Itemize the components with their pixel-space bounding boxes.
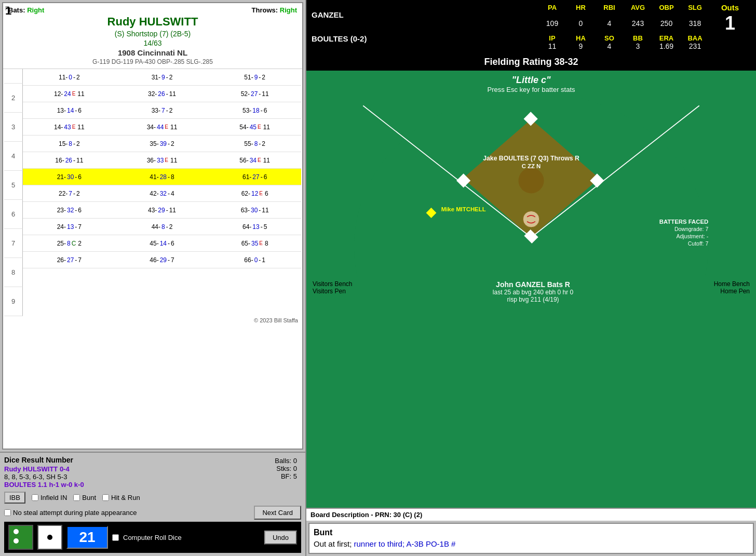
bf-display: BF: 5 [275,472,297,480]
result-blue: runner to third; A-3B PO-1B # [354,539,456,548]
header-slg: SLG [681,4,709,11]
bats-value: Right [27,6,44,14]
die-white-1 [37,525,62,550]
bottom-area: Dice Result Number Rudy HULSWITT 0-4 8, … [0,452,305,556]
dice-cell-71: 42- 32- 4 [116,190,209,197]
dice-row-2: 13- 14- 6 33- 7- 2 53- 18- 6 [23,102,301,119]
undo-button[interactable]: Undo [264,531,297,545]
dice-cell-80: 23- 32- 6 [23,207,116,214]
home-bench-label: Home Bench [714,280,750,288]
dice-cell-11: 32- 26- 11 [116,90,209,98]
header-hr: HR [566,4,595,11]
val-pa: 109 [538,19,566,28]
visitors-bench-label: Visitors Bench [313,280,352,288]
dice-cell-81: 43- 29- 11 [116,207,209,214]
dice-table: 2 3 4 5 6 7 8 9 11- 0 - 2 [4,69,301,316]
copyright: © 2023 Bill Staffa [3,316,302,324]
catcher-name: John GANZEL Bats R [493,280,573,289]
val-rbi: 4 [595,19,624,28]
batters-faced-label: BATTERS FACED [659,219,708,225]
dice-cell-22: 53- 18- 6 [208,107,301,114]
dice-row-6: 21- 30- 6 41- 28- 8 61- 27- 6 [23,169,301,185]
card-header: Bats: Right Throws: Right Rudy HULSWITT … [3,3,302,69]
dice-row-1: 12- 24E 11 32- 26- 11 52- 27- 11 [23,86,301,102]
dice-cell-70: 22- 7- 2 [23,190,116,197]
header-ip: IP [538,34,566,42]
val-hr: 0 [566,19,595,28]
dice-cell-30: 14- 43E 11 [23,124,116,131]
row-num-3: 3 [4,113,23,142]
computer-roll-checkbox[interactable] [112,534,119,541]
dice-cell-90: 24- 13- 7 [23,223,116,230]
pitcher-field-text2: C ZZ N [522,163,541,169]
press-esc-text: Press Esc key for batter stats [306,86,756,97]
infield-in-checkbox[interactable] [32,494,38,501]
dice-cell-92: 64- 13- 5 [208,223,301,230]
hit-run-label[interactable]: Hit & Run [102,494,140,501]
infield-in-label[interactable]: Infield IN [32,494,67,501]
dot [14,538,19,544]
val-avg: 243 [624,19,652,28]
ibb-button[interactable]: IBB [4,492,25,504]
catcher-info: John GANZEL Bats R last 25 ab bvg 240 eb… [493,280,573,303]
header-outs: Outs [709,3,751,12]
dice-cell-50: 16- 26- 11 [23,157,116,164]
val-slg: 318 [681,19,709,28]
next-card-button[interactable]: Next Card [254,506,301,520]
dice-cell-111: 46- 29- 7 [116,256,209,264]
home-pen-label: Home Pen [714,288,750,295]
no-steal-label[interactable]: No steal attempt during plate appearance [4,509,137,517]
dice-data-col: 11- 0 - 2 31- 9 - 2 51- 9 - 2 12- 24E 11 [23,69,301,316]
header-pa: PA [538,4,566,11]
dice-result-title: Dice Result Number [4,456,271,464]
dice-result-text: Dice Result Number Rudy HULSWITT 0-4 8, … [4,456,271,489]
cutoff-text: Cutoff: 7 [688,240,709,247]
row-num-6: 6 [4,200,23,229]
score-header: GANZEL BOULTES (0-2) PA HR RBI AVG OBP S… [306,0,756,53]
dice-row-7: 22- 7- 2 42- 32- 4 62- 12E 6 [23,185,301,202]
header-era: ERA [652,34,681,42]
dice-cell-100: 25- 8C 2 [23,240,116,247]
no-steal-checkbox[interactable] [4,509,11,516]
dice-cell-41: 35- 39- 2 [116,140,209,147]
dice-cell-72: 62- 12E 6 [208,190,301,197]
stats-headers: PA HR RBI AVG OBP SLG Outs [415,3,751,12]
dice-cell-31: 34- 44E 11 [116,124,209,131]
pitcher-headers: IP HA SO BB ERA BAA [415,34,751,42]
balls-display: Balls: 0 [275,457,297,465]
header-so: SO [595,34,624,42]
row-num-4: 4 [4,142,23,171]
bunt-checkbox[interactable] [73,494,80,501]
bunt-label[interactable]: Bunt [73,494,96,501]
dice-result-line1: 8, 8, 5-3, 6-3, SH 5-3 [4,473,271,481]
dice-cell-10: 12- 24E 11 [23,90,116,98]
card-year: 1908 Cincinnati NL [8,48,297,57]
header-avg: AVG [624,4,652,11]
card-fraction: 14/63 [8,39,297,47]
little-c-text: "Little c" [306,71,756,86]
baseball-field-svg: Jake BOULTES (7 Q3) Throws R C ZZ N Mike… [306,97,756,278]
right-panel: GANZEL BOULTES (0-2) PA HR RBI AVG OBP S… [306,0,756,556]
dice-cell-20: 13- 14- 6 [23,107,116,114]
row-num-7: 7 [4,229,23,258]
visitors-pen-label: Visitors Pen [313,288,352,295]
field-container: "Little c" Press Esc key for batter stat… [306,71,756,508]
dice-cell-62: 61- 27- 6 [208,173,301,181]
dice-cell-42: 55- 8- 2 [208,140,301,147]
hit-run-checkbox[interactable] [102,494,109,501]
catcher-risp: risp bvg 211 (4/19) [493,296,573,303]
r-number: 1 [5,5,11,17]
dice-cell-101: 45- 14- 6 [116,240,209,247]
player-name: Rudy HULSWITT [8,15,297,29]
batter-name: GANZEL [312,8,415,21]
dice-result-pitcher: BOULTES 1.1 h-1 w-0 k-0 [4,481,271,489]
adjustment-text: Adjustment: - [676,233,708,239]
dice-row-8: 23- 32- 6 43- 29- 11 63- 30- 11 [23,202,301,219]
pitcher-values: 11 9 4 3 1.69 231 [415,42,751,50]
score-stats: PA HR RBI AVG OBP SLG Outs 109 0 4 243 2… [415,3,751,50]
val-obp: 250 [652,19,681,28]
dice-cell-110: 26- 27- 7 [23,256,116,264]
throws-label: Throws: [252,6,278,14]
stks-display: Stks: 0 [275,465,297,472]
result-prefix: Out at first; [314,539,354,548]
